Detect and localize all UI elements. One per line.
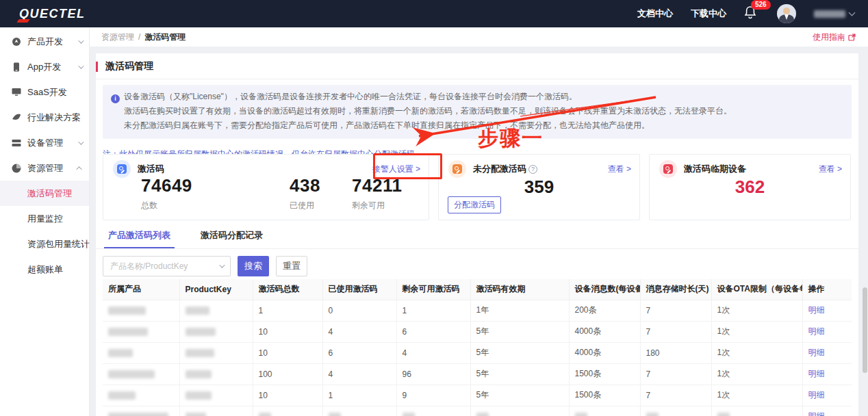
download-center-link[interactable]: 下载中心 (691, 8, 726, 20)
cell-action: 明细 (802, 300, 852, 321)
search-button[interactable]: 搜索 (238, 256, 269, 276)
table-column-header: 已使用激活码 (322, 279, 396, 300)
cell-msg_count: 4000条 (569, 342, 640, 363)
quectel-logo: QUECTEL (19, 7, 86, 21)
activation-code-icon (113, 160, 131, 178)
stat-remaining: 74211 剩余可用 (352, 175, 402, 211)
cell-ota_limit: 1次 (711, 300, 802, 321)
sidebar: 产品开发 App开发 SaaS开发 行业解决方案 设备管理 资源管理 (0, 27, 89, 416)
chevron-down-icon (849, 10, 856, 16)
table-header-row: 所属产品ProductKey激活码总数已使用激活码剩余可用激活码激活码有效期设备… (103, 279, 852, 300)
cell-used: 4 (322, 321, 396, 342)
notification-bell[interactable]: 526 (744, 5, 759, 22)
annotation-step-label: 步骤一 (478, 125, 544, 153)
table-row: 1004965年1500条71次明细 (103, 363, 852, 385)
cell-total (253, 406, 322, 416)
detail-link[interactable]: 明细 (808, 348, 825, 357)
cell-productkey-redacted (179, 385, 253, 406)
reset-button[interactable]: 重置 (276, 256, 307, 276)
cell-remaining: 96 (396, 363, 470, 385)
unassigned-codes-icon (448, 160, 466, 178)
sidebar-item-resource-pack-stats[interactable]: 资源包用量统计 (0, 231, 89, 257)
cell-ota_limit (711, 406, 802, 416)
cell-validity: 5年 (470, 321, 569, 342)
cell-productkey-redacted (179, 300, 253, 321)
cell-remaining: 1 (396, 300, 470, 321)
cell-productkey-redacted (179, 342, 253, 363)
cell-storage_days: 7 (640, 363, 711, 385)
cell-total: 10 (253, 385, 322, 406)
unassigned-codes-card: 未分配激活码 ? 查看 > 359 分配激活码 (438, 154, 640, 220)
table-column-header: 消息存储时长(天) (640, 279, 711, 300)
cell-product-redacted (103, 363, 179, 385)
cell-remaining (396, 406, 470, 416)
docs-center-link[interactable]: 文档中心 (637, 8, 673, 20)
detail-link[interactable]: 明细 (808, 326, 825, 336)
cell-product-redacted (103, 406, 179, 416)
cell-productkey-redacted (179, 321, 253, 342)
cell-action: 明细 (802, 363, 852, 385)
notification-badge: 526 (751, 0, 771, 10)
content-panel: 激活码管理 i设备激活码（又称"License"），设备激活码是设备连接开发者中… (96, 53, 858, 416)
sidebar-item-device-mgmt[interactable]: 设备管理 (0, 130, 89, 155)
cell-storage_days: 7 (640, 385, 711, 406)
cell-productkey-redacted (179, 406, 253, 416)
cell-remaining: 6 (396, 321, 470, 342)
help-icon[interactable]: ? (528, 165, 537, 174)
cell-validity: 1年 (470, 300, 569, 321)
table-row: 1011年200条71次明细 (103, 300, 852, 321)
user-menu[interactable] (814, 10, 854, 18)
tab-product-activation-list[interactable]: 产品激活码列表 (108, 229, 170, 248)
activation-codes-table: 所属产品ProductKey激活码总数已使用激活码剩余可用激活码激活码有效期设备… (103, 279, 852, 416)
view-unassigned-link[interactable]: 查看 > (608, 164, 631, 175)
avatar[interactable] (777, 4, 796, 23)
cell-used: 4 (322, 363, 396, 385)
app-dev-icon (11, 62, 21, 72)
sidebar-item-overage-bill[interactable]: 超额账单 (0, 257, 89, 282)
table-column-header: 操作 (802, 279, 852, 300)
cell-remaining: 9 (396, 385, 470, 406)
sidebar-item-industry-solution[interactable]: 行业解决方案 (0, 105, 89, 130)
view-expiring-link[interactable]: 查看 > (819, 164, 842, 175)
cell-ota_limit: 1次 (711, 342, 802, 363)
table-row: 明细 (103, 406, 852, 416)
chevron-down-icon (219, 262, 225, 268)
cell-productkey-redacted (179, 363, 253, 385)
page-title: 激活码管理 (105, 60, 153, 73)
cell-used: 1 (322, 385, 396, 406)
tab-allocation-records[interactable]: 激活码分配记录 (201, 229, 263, 248)
cell-total: 10 (253, 321, 322, 342)
breadcrumb-parent[interactable]: 资源管理 (101, 31, 134, 43)
table-row: 10645年4000条1801次明细 (103, 342, 852, 363)
sidebar-item-activation-code-mgmt[interactable]: 激活码管理 (0, 181, 89, 206)
table-column-header: ProductKey (179, 279, 253, 300)
table-body: 1011年200条71次明细10465年4000条71次明细10645年4000… (103, 300, 852, 416)
cell-ota_limit: 1次 (711, 363, 802, 385)
sidebar-item-saas-dev[interactable]: SaaS开发 (0, 79, 89, 105)
sidebar-item-product-dev[interactable]: 产品开发 (0, 29, 89, 54)
expiring-count: 362 (650, 177, 850, 198)
info-banner: i设备激活码（又称"License"），设备激活码是设备连接开发者中心的唯一合法… (103, 85, 852, 139)
detail-link[interactable]: 明细 (808, 369, 825, 378)
detail-link[interactable]: 明细 (808, 305, 825, 315)
usage-guide-link[interactable]: 使用指南 (813, 31, 856, 43)
info-icon: i (111, 94, 120, 103)
cell-msg_count: 1500条 (569, 363, 640, 385)
product-select[interactable]: 产品名称/ProductKey (103, 256, 231, 276)
sidebar-item-app-dev[interactable]: App开发 (0, 54, 89, 79)
cell-action: 明细 (802, 342, 852, 363)
sidebar-item-resource-mgmt[interactable]: 资源管理 (0, 155, 89, 181)
cell-validity (470, 406, 569, 416)
detail-link[interactable]: 明细 (808, 390, 825, 400)
detail-link[interactable]: 明细 (808, 411, 825, 416)
cell-action: 明细 (802, 321, 852, 342)
vertical-scrollbar[interactable] (863, 287, 867, 373)
expiring-devices-icon (659, 160, 677, 178)
sidebar-item-usage-monitor[interactable]: 用量监控 (0, 206, 89, 231)
cell-validity: 5年 (470, 342, 569, 363)
assign-codes-button[interactable]: 分配激活码 (448, 196, 501, 213)
table-column-header: 激活码有效期 (470, 279, 569, 300)
breadcrumb: 资源管理 / 激活码管理 使用指南 (89, 27, 868, 47)
product-dev-icon (11, 36, 21, 47)
chevron-down-icon (78, 63, 84, 68)
